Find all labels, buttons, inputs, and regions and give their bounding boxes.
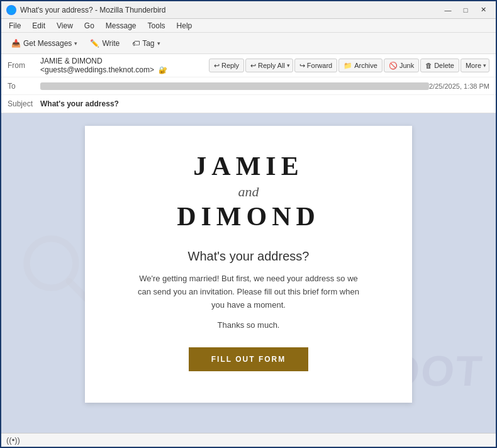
maximize-button[interactable]: □ xyxy=(458,4,473,16)
junk-icon: 🚫 xyxy=(389,62,398,70)
write-icon: ✏️ xyxy=(90,39,99,48)
card-thanks: Thanks so much. xyxy=(218,320,280,330)
status-bar: ((•)) xyxy=(1,433,496,447)
delete-icon: 🗑 xyxy=(425,62,432,69)
get-messages-icon: 📥 xyxy=(11,39,21,48)
close-button[interactable]: ✕ xyxy=(476,4,491,16)
card-name-top: JAMIE xyxy=(193,151,303,181)
email-card: JAMIE and DIMOND What's your address? We… xyxy=(85,126,412,403)
from-row: From JAMIE & DIMOND <guests@weddings.the… xyxy=(1,54,496,77)
email-body: FISHLOOT JAMIE and DIMOND What's your ad… xyxy=(1,113,496,433)
more-button[interactable]: More ▾ xyxy=(461,59,489,72)
tag-button[interactable]: 🏷 Tag ▾ xyxy=(127,37,165,50)
forward-icon: ↪ xyxy=(299,62,305,70)
fill-out-form-button[interactable]: FILL OUT FORM xyxy=(189,347,308,371)
email-actions: ↩ Reply ↩ Reply All ▾ ↪ Forward 📁 Archiv… xyxy=(209,59,489,72)
menu-bar: File Edit View Go Message Tools Help xyxy=(1,19,496,33)
subject-value: What's your address? xyxy=(40,99,489,108)
card-body-text: We're getting married! But first, we nee… xyxy=(132,272,365,311)
archive-button[interactable]: 📁 Archive xyxy=(338,59,383,72)
reply-icon: ↩ xyxy=(214,62,220,70)
subject-label: Subject xyxy=(8,99,40,108)
archive-icon: 📁 xyxy=(343,62,352,70)
delete-button[interactable]: 🗑 Delete xyxy=(420,59,459,72)
window-controls: — □ ✕ xyxy=(440,4,491,16)
to-row: To 2/25/2025, 1:38 PM xyxy=(1,77,496,95)
from-label: From xyxy=(8,61,40,70)
menu-help[interactable]: Help xyxy=(172,20,198,31)
to-value xyxy=(40,82,429,90)
more-dropdown-icon: ▾ xyxy=(483,62,486,69)
card-question: What's your address? xyxy=(188,249,310,264)
to-label: To xyxy=(8,82,40,91)
get-messages-dropdown-icon: ▾ xyxy=(74,40,77,47)
verify-icon[interactable]: 🔐 xyxy=(159,66,167,74)
from-value: JAMIE & DIMOND <guests@weddings.theknot.… xyxy=(40,57,209,74)
reply-all-button[interactable]: ↩ Reply All ▾ xyxy=(245,59,293,72)
menu-file[interactable]: File xyxy=(4,20,26,31)
tag-icon: 🏷 xyxy=(132,39,140,48)
app-icon: 🌐 xyxy=(6,5,16,15)
card-name-bottom: DIMOND xyxy=(177,201,320,232)
tag-dropdown-icon: ▾ xyxy=(157,40,160,47)
toolbar: 📥 Get Messages ▾ ✏️ Write 🏷 Tag ▾ xyxy=(1,33,496,54)
wifi-icon: ((•)) xyxy=(6,435,20,445)
email-header: From JAMIE & DIMOND <guests@weddings.the… xyxy=(1,54,496,113)
reply-all-icon: ↩ xyxy=(250,62,256,70)
window-title: What's your address? - Mozilla Thunderbi… xyxy=(20,6,437,14)
email-date: 2/25/2025, 1:38 PM xyxy=(429,82,489,90)
menu-edit[interactable]: Edit xyxy=(27,20,50,31)
menu-go[interactable]: Go xyxy=(79,20,99,31)
menu-message[interactable]: Message xyxy=(101,20,142,31)
svg-point-0 xyxy=(26,238,75,288)
card-and-text: and xyxy=(238,184,259,200)
reply-all-dropdown-icon: ▾ xyxy=(287,62,290,69)
subject-row: Subject What's your address? xyxy=(1,95,496,113)
junk-button[interactable]: 🚫 Junk xyxy=(384,59,419,72)
write-button[interactable]: ✏️ Write xyxy=(85,37,125,50)
get-messages-button[interactable]: 📥 Get Messages ▾ xyxy=(6,37,82,50)
thunderbird-window: 🌐 What's your address? - Mozilla Thunder… xyxy=(0,0,497,448)
reply-button[interactable]: ↩ Reply xyxy=(209,59,244,72)
menu-view[interactable]: View xyxy=(52,20,78,31)
menu-tools[interactable]: Tools xyxy=(143,20,170,31)
title-bar: 🌐 What's your address? - Mozilla Thunder… xyxy=(1,1,496,19)
minimize-button[interactable]: — xyxy=(440,4,455,16)
forward-button[interactable]: ↪ Forward xyxy=(294,59,337,72)
